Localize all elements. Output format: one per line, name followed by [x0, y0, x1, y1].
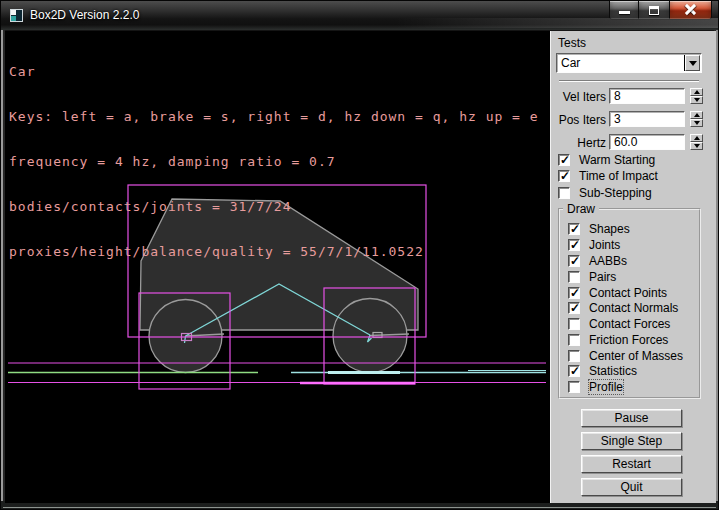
checkbox-box — [568, 271, 580, 283]
vel-iters-row: Vel Iters 8 — [551, 88, 716, 105]
hertz-label: Hertz — [551, 136, 606, 150]
spinner-down-button[interactable] — [690, 142, 703, 150]
checkbox-label: Warm Starting — [579, 153, 655, 167]
checkbox-label: Time of Impact — [579, 169, 658, 183]
checkbox-box — [558, 187, 570, 199]
arrow-down-icon — [694, 121, 700, 125]
window-title: Box2D Version 2.2.0 — [30, 8, 139, 22]
box2d-testbed-window: Box2D Version 2.2.0 — [0, 0, 719, 510]
tests-dropdown-value: Car — [561, 56, 580, 70]
separator-line — [559, 80, 699, 82]
minimize-button[interactable] — [609, 1, 639, 20]
vel-iters-spinner — [690, 88, 703, 105]
pos-iters-label: Pos Iters — [551, 113, 606, 127]
vel-iters-input[interactable]: 8 — [609, 88, 685, 104]
vel-iters-label: Vel Iters — [551, 90, 606, 104]
frequency-text: frequency = 4 hz, damping ratio = 0.7 — [9, 154, 539, 169]
spinner-down-button[interactable] — [690, 119, 703, 127]
arrow-up-icon — [694, 90, 700, 94]
checkbox-box — [568, 318, 580, 330]
check-icon: ✓ — [570, 286, 580, 300]
simulation-canvas[interactable]: Car Keys: left = a, brake = s, right = d… — [5, 31, 550, 503]
maximize-button[interactable] — [639, 1, 669, 20]
checkbox-label: Center of Masses — [589, 349, 683, 363]
close-icon — [684, 3, 697, 16]
checkbox-box: ✓ — [568, 287, 580, 299]
checkbox-label: Statistics — [589, 364, 637, 378]
check-icon: ✓ — [570, 238, 580, 252]
tests-dropdown-button[interactable] — [685, 55, 700, 71]
check-icon: ✓ — [570, 222, 580, 236]
checkbox-label: Contact Forces — [589, 317, 670, 331]
control-panel: Tests Car Vel Iters 8 Pos Iters 3 — [550, 31, 716, 503]
checkbox-box: ✓ — [568, 255, 580, 267]
checkbox-label: Profile — [589, 380, 623, 394]
proxies-stats-text: proxies/height/balance/quality = 55/7/1/… — [9, 244, 539, 259]
pos-iters-row: Pos Iters 3 — [551, 111, 716, 128]
check-icon: ✓ — [570, 254, 580, 268]
arrow-down-icon — [694, 144, 700, 148]
checkbox-box: ✓ — [568, 239, 580, 251]
chevron-down-icon — [689, 61, 697, 66]
checkbox-box: ✓ — [568, 302, 580, 314]
tests-label: Tests — [558, 36, 586, 50]
arrow-up-icon — [694, 136, 700, 140]
app-icon — [10, 9, 23, 22]
checkbox-box: ✓ — [558, 170, 570, 182]
arrow-down-icon — [694, 98, 700, 102]
checkbox-label: Joints — [589, 238, 620, 252]
title-bar: Box2D Version 2.2.0 — [1, 1, 718, 30]
caption-button-group — [609, 1, 712, 20]
pause-button[interactable]: Pause — [581, 409, 682, 427]
checkbox-label: Friction Forces — [589, 333, 668, 347]
checkbox-box — [568, 350, 580, 362]
restart-button[interactable]: Restart — [581, 455, 682, 473]
hertz-input[interactable]: 60.0 — [609, 134, 685, 150]
checkbox-box — [568, 381, 580, 393]
pos-iters-spinner — [690, 111, 703, 128]
checkbox-label: Contact Normals — [589, 301, 678, 315]
single-step-button[interactable]: Single Step — [581, 432, 682, 450]
tests-dropdown[interactable]: Car — [556, 53, 702, 73]
checkbox-label: Pairs — [589, 270, 616, 284]
checkbox-box: ✓ — [568, 223, 580, 235]
spinner-up-button[interactable] — [690, 134, 703, 142]
pos-iters-input[interactable]: 3 — [609, 111, 685, 127]
arrow-up-icon — [694, 113, 700, 117]
checkbox-label: Shapes — [589, 222, 630, 236]
test-title-text: Car — [9, 64, 539, 79]
quit-button[interactable]: Quit — [581, 478, 682, 496]
spinner-down-button[interactable] — [690, 96, 703, 104]
hertz-spinner — [690, 134, 703, 151]
minimize-icon — [619, 11, 630, 14]
check-icon: ✓ — [560, 153, 570, 167]
check-icon: ✓ — [560, 169, 570, 183]
spinner-up-button[interactable] — [690, 88, 703, 96]
checkbox-box: ✓ — [568, 365, 580, 377]
close-button[interactable] — [669, 1, 712, 20]
debug-text-overlay: Car Keys: left = a, brake = s, right = d… — [9, 34, 539, 289]
checkbox-box: ✓ — [558, 154, 570, 166]
keys-help-text: Keys: left = a, brake = s, right = d, hz… — [9, 109, 539, 124]
bodies-stats-text: bodies/contacts/joints = 31/7/24 — [9, 199, 539, 214]
checkbox-label: Contact Points — [589, 286, 667, 300]
spinner-up-button[interactable] — [690, 111, 703, 119]
check-icon: ✓ — [570, 364, 580, 378]
check-icon: ✓ — [570, 301, 580, 315]
checkbox-label: Sub-Stepping — [579, 186, 652, 200]
checkbox-box — [568, 334, 580, 346]
checkbox-label: AABBs — [589, 254, 627, 268]
hertz-row: Hertz 60.0 — [551, 134, 716, 151]
maximize-icon — [649, 6, 659, 15]
client-area: Car Keys: left = a, brake = s, right = d… — [5, 31, 716, 503]
draw-group-label: Draw — [563, 202, 599, 216]
